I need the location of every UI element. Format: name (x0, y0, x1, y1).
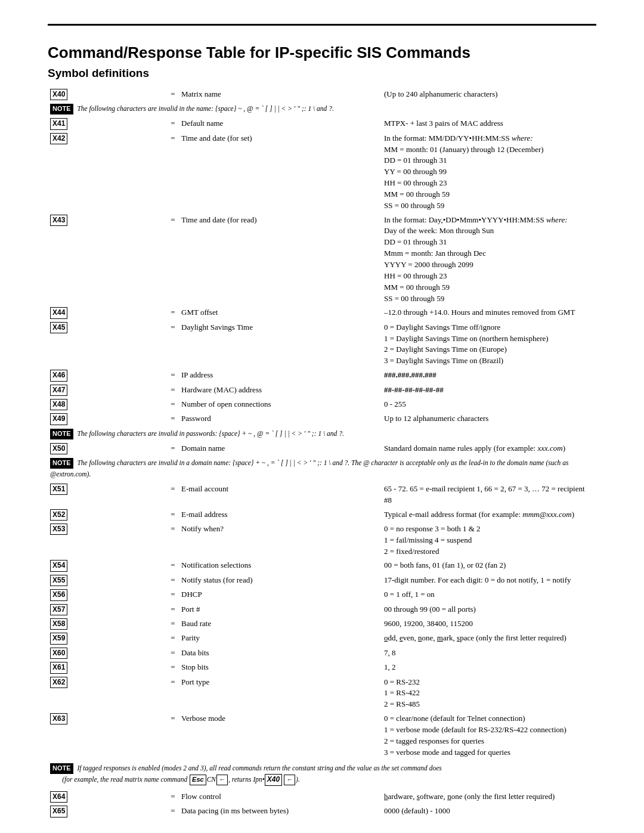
value-cell: –12.0 through +14.0. Hours and minutes r… (382, 305, 596, 320)
value-cell: In the format: Day,•DD•Mmm•YYYY•HH:MM:SS… (382, 213, 596, 306)
eq-cell: = (167, 368, 179, 382)
var-box: X65 (50, 806, 67, 817)
desc-cell: Port # (179, 602, 382, 617)
eq-cell: = (167, 711, 179, 759)
var-box: X60 (50, 648, 67, 659)
eq-cell: = (167, 646, 179, 660)
symbol-row: X48 = Number of open connections0 - 255 (48, 397, 596, 411)
eq-cell: = (167, 131, 179, 213)
desc-cell: Default name (179, 116, 382, 131)
symbol-row: X65 = Data pacing (in ms between bytes)0… (48, 804, 596, 818)
var-box: X50 (50, 443, 67, 454)
var-box: X56 (50, 589, 67, 600)
symbol-row: X63 = Verbose mode0 = clear/none (defaul… (48, 711, 596, 759)
eq-cell: = (167, 411, 179, 426)
note-label: NOTE (50, 104, 73, 114)
eq-cell: = (167, 804, 179, 818)
var-cell: X51 (48, 482, 167, 507)
note-text: The following characters are invalid in … (50, 459, 568, 478)
eq-cell: = (167, 631, 179, 645)
var-box: X40 (50, 89, 67, 100)
desc-cell: Time and date (for read) (179, 213, 382, 306)
value-cell: 9600, 19200, 38400, 115200 (382, 617, 596, 631)
var-box: X45 (50, 322, 67, 333)
var-box: X51 (50, 484, 67, 495)
page-subtitle: Symbol definitions (48, 67, 596, 80)
symbol-row: X40 = Matrix name(Up to 240 alphanumeric… (48, 87, 596, 101)
var-cell: X48 (48, 397, 167, 411)
symbol-row: X58 = Baud rate9600, 19200, 38400, 11520… (48, 617, 596, 631)
symbol-table: X40 = Matrix name(Up to 240 alphanumeric… (48, 87, 596, 819)
var-cell: X40 (48, 87, 167, 101)
symbol-row: X55 = Notify status (for read)17-digit n… (48, 573, 596, 587)
note-cell: NOTE The following characters are invali… (48, 456, 596, 482)
var-cell: X62 (48, 675, 167, 712)
symbol-row: X56 = DHCP0 = 1 off, 1 = on (48, 587, 596, 602)
var-cell: X63 (48, 711, 167, 759)
var-cell: X54 (48, 558, 167, 572)
desc-cell: Password (179, 411, 382, 426)
symbol-row: X42 = Time and date (for set)In the form… (48, 131, 596, 213)
desc-cell: Data pacing (in ms between bytes) (179, 804, 382, 818)
note-cell: NOTE The following characters are invali… (48, 101, 596, 116)
symbol-row: X46 = IP address###.###.###.### (48, 368, 596, 382)
top-rule (48, 24, 596, 26)
var-box: X64 (50, 791, 67, 803)
value-cell: Up to 12 alphanumeric characters (382, 411, 596, 426)
desc-cell: DHCP (179, 587, 382, 602)
desc-cell: E-mail address (179, 507, 382, 522)
var-cell: X59 (48, 631, 167, 645)
value-cell: 0 - 255 (382, 397, 596, 411)
var-box: X42 (50, 133, 67, 144)
var-box: X61 (50, 662, 67, 673)
var-cell: X65 (48, 804, 167, 818)
eq-cell: = (167, 573, 179, 587)
note-row: NOTE The following characters are invali… (48, 426, 596, 441)
note-text: If tagged responses is enabled (modes 2 … (50, 764, 442, 783)
value-cell: 1, 2 (382, 660, 596, 674)
desc-cell: Stop bits (179, 660, 382, 674)
var-box: X57 (50, 604, 67, 615)
note-label: NOTE (50, 763, 73, 774)
var-cell: X41 (48, 116, 167, 131)
value-cell: 7, 8 (382, 646, 596, 660)
var-box: X55 (50, 575, 67, 586)
symbol-row: X41 = Default nameMTPX- + last 3 pairs o… (48, 116, 596, 131)
eq-cell: = (167, 397, 179, 411)
var-cell: X50 (48, 441, 167, 456)
desc-cell: Number of open connections (179, 397, 382, 411)
symbol-row: X53 = Notify when?0 = no response 3 = bo… (48, 522, 596, 559)
desc-cell: Parity (179, 631, 382, 645)
desc-cell: Hardware (MAC) address (179, 383, 382, 397)
note-cell: NOTE If tagged responses is enabled (mod… (48, 759, 596, 789)
eq-cell: = (167, 660, 179, 674)
desc-cell: Data bits (179, 646, 382, 660)
desc-cell: IP address (179, 368, 382, 382)
var-box: X44 (50, 307, 67, 318)
var-cell: X44 (48, 305, 167, 320)
value-cell: 00 through 99 (00 = all ports) (382, 602, 596, 617)
value-cell: 17-digit number. For each digit: 0 = do … (382, 573, 596, 587)
value-cell: 00 = both fans, 01 (fan 1), or 02 (fan 2… (382, 558, 596, 572)
desc-cell: Notify when? (179, 522, 382, 559)
var-cell: X53 (48, 522, 167, 559)
desc-cell: Time and date (for set) (179, 131, 382, 213)
var-box: X62 (50, 677, 67, 688)
note-row: NOTE The following characters are invali… (48, 456, 596, 482)
eq-cell: = (167, 789, 179, 804)
value-cell: 0 = Daylight Savings Time off/ignore1 = … (382, 320, 596, 368)
var-box: X58 (50, 618, 67, 630)
var-cell: X56 (48, 587, 167, 602)
eq-cell: = (167, 558, 179, 572)
var-box: X41 (50, 118, 67, 129)
eq-cell: = (167, 617, 179, 631)
var-box: X63 (50, 713, 67, 724)
var-cell: X52 (48, 507, 167, 522)
symbol-row: X49 = PasswordUp to 12 alphanumeric char… (48, 411, 596, 426)
eq-cell: = (167, 320, 179, 368)
symbol-row: X51 = E-mail account65 - 72. 65 = e-mail… (48, 482, 596, 507)
value-cell: 0 = clear/none (default for Telnet conne… (382, 711, 596, 759)
eq-cell: = (167, 213, 179, 306)
note-label: NOTE (50, 458, 73, 469)
symbol-row: X54 = Notification selections00 = both f… (48, 558, 596, 572)
